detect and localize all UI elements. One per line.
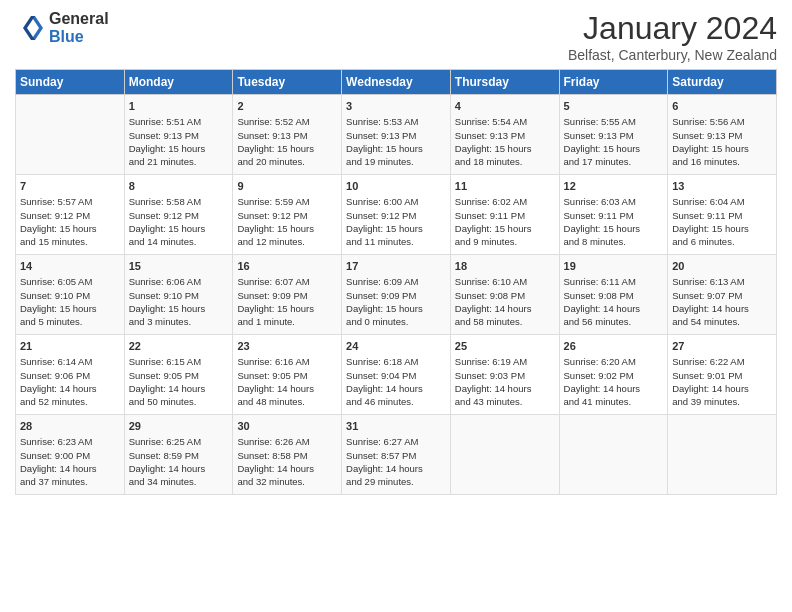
logo: General Blue: [15, 10, 109, 46]
cell-text: Sunrise: 6:19 AM: [455, 355, 555, 368]
col-saturday: Saturday: [668, 70, 777, 95]
cell-text: Daylight: 14 hours: [20, 382, 120, 395]
cell-text: Sunrise: 6:26 AM: [237, 435, 337, 448]
calendar-cell: 10Sunrise: 6:00 AMSunset: 9:12 PMDayligh…: [342, 175, 451, 255]
cell-text: and 41 minutes.: [564, 395, 664, 408]
day-number: 18: [455, 259, 555, 274]
cell-text: and 6 minutes.: [672, 235, 772, 248]
day-number: 14: [20, 259, 120, 274]
cell-text: Daylight: 14 hours: [20, 462, 120, 475]
day-number: 8: [129, 179, 229, 194]
cell-text: Daylight: 14 hours: [455, 302, 555, 315]
cell-text: Daylight: 15 hours: [672, 142, 772, 155]
cell-text: Sunset: 9:13 PM: [346, 129, 446, 142]
week-row-2: 14Sunrise: 6:05 AMSunset: 9:10 PMDayligh…: [16, 255, 777, 335]
week-row-3: 21Sunrise: 6:14 AMSunset: 9:06 PMDayligh…: [16, 335, 777, 415]
logo-icon: [15, 12, 47, 44]
cell-text: Sunrise: 6:03 AM: [564, 195, 664, 208]
svg-marker-0: [31, 16, 43, 40]
cell-text: Sunset: 9:12 PM: [237, 209, 337, 222]
calendar-location: Belfast, Canterbury, New Zealand: [568, 47, 777, 63]
day-number: 6: [672, 99, 772, 114]
cell-text: Sunrise: 5:53 AM: [346, 115, 446, 128]
cell-text: and 15 minutes.: [20, 235, 120, 248]
calendar-cell: 2Sunrise: 5:52 AMSunset: 9:13 PMDaylight…: [233, 95, 342, 175]
cell-text: Daylight: 14 hours: [564, 382, 664, 395]
cell-text: and 14 minutes.: [129, 235, 229, 248]
cell-text: Sunset: 8:58 PM: [237, 449, 337, 462]
cell-text: Daylight: 15 hours: [237, 222, 337, 235]
cell-text: and 12 minutes.: [237, 235, 337, 248]
cell-text: Sunset: 9:13 PM: [672, 129, 772, 142]
cell-text: Sunrise: 6:14 AM: [20, 355, 120, 368]
cell-text: and 3 minutes.: [129, 315, 229, 328]
cell-text: and 39 minutes.: [672, 395, 772, 408]
calendar-cell: 25Sunrise: 6:19 AMSunset: 9:03 PMDayligh…: [450, 335, 559, 415]
cell-text: and 29 minutes.: [346, 475, 446, 488]
logo-text: General Blue: [49, 10, 109, 46]
cell-text: Daylight: 14 hours: [672, 302, 772, 315]
cell-text: Sunset: 8:57 PM: [346, 449, 446, 462]
cell-text: and 50 minutes.: [129, 395, 229, 408]
day-number: 29: [129, 419, 229, 434]
day-number: 11: [455, 179, 555, 194]
week-row-4: 28Sunrise: 6:23 AMSunset: 9:00 PMDayligh…: [16, 415, 777, 495]
calendar-cell: 7Sunrise: 5:57 AMSunset: 9:12 PMDaylight…: [16, 175, 125, 255]
cell-text: Sunrise: 5:54 AM: [455, 115, 555, 128]
week-row-0: 1Sunrise: 5:51 AMSunset: 9:13 PMDaylight…: [16, 95, 777, 175]
cell-text: Sunset: 9:02 PM: [564, 369, 664, 382]
cell-text: and 8 minutes.: [564, 235, 664, 248]
day-number: 17: [346, 259, 446, 274]
calendar-cell: 12Sunrise: 6:03 AMSunset: 9:11 PMDayligh…: [559, 175, 668, 255]
cell-text: and 34 minutes.: [129, 475, 229, 488]
cell-text: Sunrise: 6:06 AM: [129, 275, 229, 288]
cell-text: Sunrise: 6:25 AM: [129, 435, 229, 448]
cell-text: Daylight: 15 hours: [237, 142, 337, 155]
calendar-cell: 19Sunrise: 6:11 AMSunset: 9:08 PMDayligh…: [559, 255, 668, 335]
cell-text: Daylight: 14 hours: [564, 302, 664, 315]
day-number: 7: [20, 179, 120, 194]
cell-text: Sunset: 8:59 PM: [129, 449, 229, 462]
cell-text: Daylight: 15 hours: [129, 222, 229, 235]
cell-text: Daylight: 15 hours: [346, 142, 446, 155]
cell-text: Sunrise: 5:56 AM: [672, 115, 772, 128]
cell-text: and 32 minutes.: [237, 475, 337, 488]
cell-text: Sunset: 9:13 PM: [129, 129, 229, 142]
day-number: 30: [237, 419, 337, 434]
calendar-cell: 6Sunrise: 5:56 AMSunset: 9:13 PMDaylight…: [668, 95, 777, 175]
col-sunday: Sunday: [16, 70, 125, 95]
calendar-title: January 2024: [568, 10, 777, 47]
day-number: 22: [129, 339, 229, 354]
calendar-cell: 20Sunrise: 6:13 AMSunset: 9:07 PMDayligh…: [668, 255, 777, 335]
cell-text: Daylight: 14 hours: [129, 462, 229, 475]
cell-text: Sunrise: 5:58 AM: [129, 195, 229, 208]
calendar-cell: 21Sunrise: 6:14 AMSunset: 9:06 PMDayligh…: [16, 335, 125, 415]
cell-text: Sunrise: 6:02 AM: [455, 195, 555, 208]
calendar-cell: 15Sunrise: 6:06 AMSunset: 9:10 PMDayligh…: [124, 255, 233, 335]
cell-text: and 0 minutes.: [346, 315, 446, 328]
cell-text: and 5 minutes.: [20, 315, 120, 328]
calendar-cell: 17Sunrise: 6:09 AMSunset: 9:09 PMDayligh…: [342, 255, 451, 335]
cell-text: and 16 minutes.: [672, 155, 772, 168]
cell-text: Sunrise: 6:18 AM: [346, 355, 446, 368]
cell-text: Sunset: 9:09 PM: [237, 289, 337, 302]
cell-text: and 9 minutes.: [455, 235, 555, 248]
page-container: General Blue January 2024 Belfast, Cante…: [0, 0, 792, 505]
cell-text: Daylight: 15 hours: [346, 222, 446, 235]
calendar-cell: 8Sunrise: 5:58 AMSunset: 9:12 PMDaylight…: [124, 175, 233, 255]
cell-text: Daylight: 15 hours: [564, 222, 664, 235]
cell-text: and 19 minutes.: [346, 155, 446, 168]
day-number: 28: [20, 419, 120, 434]
cell-text: Sunset: 9:12 PM: [20, 209, 120, 222]
calendar-cell: 26Sunrise: 6:20 AMSunset: 9:02 PMDayligh…: [559, 335, 668, 415]
cell-text: Sunrise: 6:16 AM: [237, 355, 337, 368]
cell-text: Sunset: 9:06 PM: [20, 369, 120, 382]
cell-text: Sunrise: 6:15 AM: [129, 355, 229, 368]
calendar-cell: 27Sunrise: 6:22 AMSunset: 9:01 PMDayligh…: [668, 335, 777, 415]
day-number: 31: [346, 419, 446, 434]
calendar-cell: 22Sunrise: 6:15 AMSunset: 9:05 PMDayligh…: [124, 335, 233, 415]
cell-text: Sunset: 9:05 PM: [237, 369, 337, 382]
cell-text: Daylight: 14 hours: [672, 382, 772, 395]
col-wednesday: Wednesday: [342, 70, 451, 95]
day-number: 20: [672, 259, 772, 274]
